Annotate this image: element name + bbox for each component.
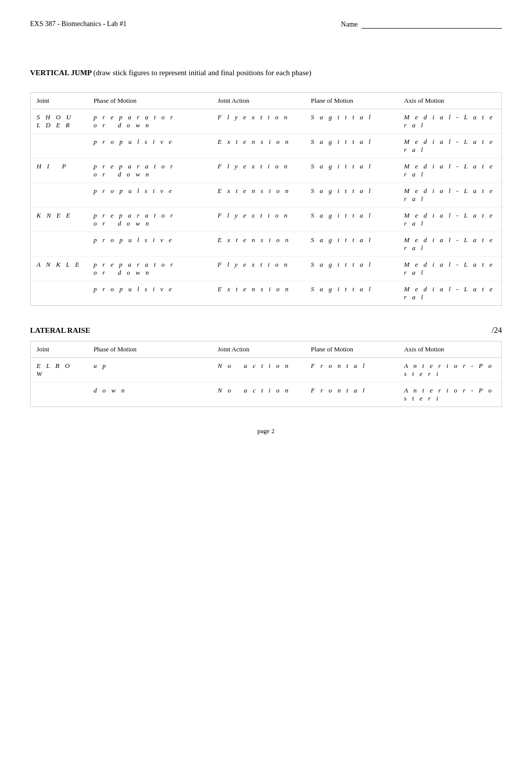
cell-plane-hip-prep: S a g i t t a l xyxy=(305,158,398,183)
cell-joint-elbow: E L B O W xyxy=(31,358,88,382)
cell-joint-empty xyxy=(31,232,88,257)
cell-axis-ankle-prep: M e d i a l - L a t e r a l xyxy=(398,257,501,281)
cell-joint-empty xyxy=(31,382,88,407)
name-label: Name xyxy=(341,21,358,29)
lateral-raise-header: LATERAL RAISE /24 xyxy=(30,326,502,335)
cell-axis-shoulder-prep: M e d i a l - L a t e r a l xyxy=(398,109,501,134)
col-header-phase: Phase of Motion xyxy=(88,93,212,109)
cell-phase-knee-prop: p r o p u l s i v e xyxy=(88,232,212,257)
cell-phase-shoulder-prep: p r e p a r a t o r o r d o w n xyxy=(88,109,212,134)
cell-phase-knee-prep: p r e p a r a t o r o r d o w n xyxy=(88,208,212,232)
cell-phase-elbow-up: u p xyxy=(88,358,212,382)
table-row: p r o p u l s i v e E x t e n s i o n S … xyxy=(31,134,501,158)
table-row: S H O U L D E R p r e p a r a t o r o r … xyxy=(31,109,501,134)
col-header-joint: Joint xyxy=(31,93,88,109)
cell-axis-shoulder-prop: M e d i a l - L a t e r a l xyxy=(398,134,501,158)
cell-action-ankle-prep: F l y e x t i o n xyxy=(212,257,305,281)
name-input-line xyxy=(362,20,502,29)
cell-joint-knee: K N E E xyxy=(31,208,88,232)
table-header-row: Joint Phase of Motion Joint Action Plane… xyxy=(31,341,501,358)
cell-plane-ankle-prep: S a g i t t a l xyxy=(305,257,398,281)
cell-action-shoulder-prep: F l y e x t i o n xyxy=(212,109,305,134)
cell-action-elbow-down: N o a c t i o n xyxy=(212,382,305,407)
cell-action-knee-prop: E x t e n s i o n xyxy=(212,232,305,257)
vertical-jump-table: Joint Phase of Motion Joint Action Plane… xyxy=(31,93,501,305)
table-row: K N E E p r e p a r a t o r o r d o w n … xyxy=(31,208,501,232)
cell-phase-ankle-prep: p r e p a r a t o r o r d o w n xyxy=(88,257,212,281)
cell-phase-ankle-prop: p r o p u l s i v e xyxy=(88,281,212,306)
page-header: EXS 387 - Biomechanics - Lab #1 Name xyxy=(30,20,502,29)
lateral-raise-table-container: Joint Phase of Motion Joint Action Plane… xyxy=(30,341,502,407)
lateral-raise-section: LATERAL RAISE /24 Joint Phase of Motion … xyxy=(30,326,502,407)
col-header-axis: Axis of Motion xyxy=(398,341,501,358)
cell-axis-knee-prep: M e d i a l - L a t e r a l xyxy=(398,208,501,232)
col-header-plane: Plane of Motion xyxy=(305,341,398,358)
page-number: page 2 xyxy=(30,427,502,435)
score-display: /24 xyxy=(492,326,502,335)
vertical-jump-table-container: Joint Phase of Motion Joint Action Plane… xyxy=(30,92,502,306)
cell-axis-hip-prop: M e d i a l - L a t e r a l xyxy=(398,183,501,208)
cell-plane-knee-prep: S a g i t t a l xyxy=(305,208,398,232)
cell-action-ankle-prop: E x t e n s i o n xyxy=(212,281,305,306)
cell-joint-shoulder: S H O U L D E R xyxy=(31,109,88,134)
cell-axis-ankle-prop: M e d i a l - L a t e r a l xyxy=(398,281,501,306)
table-row: d o w n N o a c t i o n F r o n t a l A … xyxy=(31,382,501,407)
vertical-jump-title: VERTICAL JUMP (draw stick figures to rep… xyxy=(30,69,502,77)
cell-action-elbow-up: N o a c t i o n xyxy=(212,358,305,382)
table-row: A N K L E p r e p a r a t o r o r d o w … xyxy=(31,257,501,281)
cell-action-shoulder-prop: E x t e n s i o n xyxy=(212,134,305,158)
vertical-jump-section: VERTICAL JUMP (draw stick figures to rep… xyxy=(30,69,502,306)
cell-axis-elbow-up: A n t e r i o r - P o s t e r i xyxy=(398,358,501,382)
cell-joint-empty xyxy=(31,281,88,306)
cell-plane-ankle-prop: S a g i t t a l xyxy=(305,281,398,306)
cell-action-hip-prep: F l y e x t i o n xyxy=(212,158,305,183)
cell-action-knee-prep: F l y e x t i o n xyxy=(212,208,305,232)
col-header-phase: Phase of Motion xyxy=(88,341,212,358)
cell-plane-shoulder-prop: S a g i t t a l xyxy=(305,134,398,158)
cell-phase-hip-prop: p r o p u l s i v e xyxy=(88,183,212,208)
table-row: p r o p u l s i v e E x t e n s i o n S … xyxy=(31,281,501,306)
cell-joint-empty xyxy=(31,183,88,208)
lateral-raise-title: LATERAL RAISE xyxy=(30,326,90,335)
col-header-action: Joint Action xyxy=(212,93,305,109)
cell-plane-elbow-up: F r o n t a l xyxy=(305,358,398,382)
course-info: EXS 387 - Biomechanics - Lab #1 xyxy=(30,20,127,28)
cell-joint-ankle: A N K L E xyxy=(31,257,88,281)
cell-plane-hip-prop: S a g i t t a l xyxy=(305,183,398,208)
table-row: H I P p r e p a r a t o r o r d o w n F … xyxy=(31,158,501,183)
lateral-raise-table: Joint Phase of Motion Joint Action Plane… xyxy=(31,341,501,407)
col-header-plane: Plane of Motion xyxy=(305,93,398,109)
table-row: p r o p u l s i v e E x t e n s i o n S … xyxy=(31,232,501,257)
cell-axis-elbow-down: A n t e r i o r - P o s t e r i xyxy=(398,382,501,407)
col-header-joint: Joint xyxy=(31,341,88,358)
table-row: p r o p u l s i v e E x t e n s i o n S … xyxy=(31,183,501,208)
cell-plane-knee-prop: S a g i t t a l xyxy=(305,232,398,257)
cell-joint-hip: H I P xyxy=(31,158,88,183)
col-header-action: Joint Action xyxy=(212,341,305,358)
cell-phase-elbow-down: d o w n xyxy=(88,382,212,407)
cell-axis-knee-prop: M e d i a l - L a t e r a l xyxy=(398,232,501,257)
cell-plane-elbow-down: F r o n t a l xyxy=(305,382,398,407)
score-value: /24 xyxy=(492,326,502,335)
table-row: E L B O W u p N o a c t i o n F r o n t … xyxy=(31,358,501,382)
name-area: Name xyxy=(341,20,502,29)
col-header-axis: Axis of Motion xyxy=(398,93,501,109)
cell-phase-shoulder-prop: p r o p u l s i v e xyxy=(88,134,212,158)
cell-action-hip-prop: E x t e n s i o n xyxy=(212,183,305,208)
cell-plane-shoulder-prep: S a g i t t a l xyxy=(305,109,398,134)
cell-axis-hip-prep: M e d i a l - L a t e r a l xyxy=(398,158,501,183)
cell-joint-empty xyxy=(31,134,88,158)
table-header-row: Joint Phase of Motion Joint Action Plane… xyxy=(31,93,501,109)
cell-phase-hip-prep: p r e p a r a t o r o r d o w n xyxy=(88,158,212,183)
